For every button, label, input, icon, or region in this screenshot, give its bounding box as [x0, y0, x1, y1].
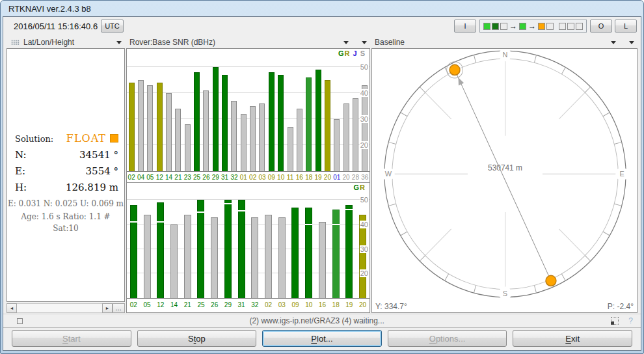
age-ratio-text: Age: 1.6 s Ratio: 1.1 # Sat:10 [7, 211, 124, 234]
satellite-label-R03: 03 [258, 174, 267, 181]
y-axis-tick: 40 [360, 89, 369, 97]
satellite-label-R16: 16 [295, 174, 304, 181]
titlebar[interactable]: RTKNAVI ver.2.4.3 b8 [3, 1, 641, 16]
options-button[interactable]: Options... [388, 330, 507, 347]
rover-marker [546, 275, 556, 286]
snr-bar-G23 [185, 124, 191, 171]
stream-indicator-green [519, 23, 526, 30]
snr-mark [224, 203, 232, 204]
monitor-icon[interactable] [611, 317, 619, 325]
snr-bar-R16 [297, 109, 302, 171]
snr-bar-G14 [166, 93, 172, 171]
chart-legend: GR [353, 184, 365, 191]
rtknavi-window: RTKNAVI ver.2.4.3 b8 2016/05/11 15:16:40… [0, 0, 644, 354]
input-stream-button[interactable]: I [454, 20, 476, 33]
snr-bar-S36 [362, 85, 368, 171]
stream-indicator-off [559, 23, 566, 30]
window-title: RTKNAVI ver.2.4.3 b8 [8, 4, 91, 14]
solution-panel: Lat/Lon/Height Solution: FLOAT N: 34541 [7, 36, 125, 313]
baseline-panel-header: Baseline [371, 36, 637, 48]
satellite-label-G31: 31 [235, 301, 248, 308]
snr-bar-G12 [157, 202, 164, 298]
snr-bar-G21 [184, 215, 191, 298]
solution-status: FLOAT [66, 132, 106, 144]
chevron-down-icon[interactable] [116, 41, 122, 44]
satellite-label-S20: 20 [342, 174, 351, 181]
compass-east-label: E [620, 170, 624, 178]
baseline-vector-line [455, 70, 551, 280]
legend-J: J [353, 49, 357, 57]
satellite-label-R10: 10 [276, 174, 286, 181]
satellite-label-R09: 09 [289, 301, 302, 308]
satellite-label-G14: 14 [164, 174, 173, 181]
compass-north-label: N [503, 51, 508, 59]
y-axis-tick: 30 [360, 245, 369, 253]
more-button[interactable]: … [113, 303, 125, 313]
chart-legend: GRJS [338, 49, 365, 57]
stream-indicator-green [483, 23, 490, 30]
chart-plot-area: 20304050 [127, 183, 369, 299]
snr-bar-J01 [334, 119, 340, 171]
plot-button[interactable]: Plot... [262, 330, 382, 347]
about-icon[interactable]: ? [628, 316, 633, 325]
satellite-label-G29: 29 [221, 301, 235, 308]
time-system-button[interactable]: UTC [101, 20, 124, 33]
snr-bar-G25 [197, 200, 204, 298]
chevron-down-icon[interactable] [611, 41, 616, 44]
drag-handle-icon[interactable] [11, 40, 20, 45]
snr-bar-G29 [213, 67, 219, 171]
stop-button[interactable]: Stop [137, 330, 257, 347]
time-display[interactable]: 2016/05/11 15:16:40.6 [14, 21, 98, 31]
snr-bar-G26 [203, 90, 209, 171]
start-button[interactable]: Start [12, 330, 131, 347]
y-axis-tick: 30 [360, 115, 369, 123]
snr-bar-G32 [231, 101, 237, 171]
snr-bar-R09 [269, 72, 275, 171]
snr-mark [345, 209, 353, 210]
stddev-text: E: 0.031 N: 0.025 U: 0.069 m [7, 198, 124, 210]
snr-bar-G12 [157, 83, 163, 171]
solution-panel-body: Solution: FLOAT N: 34541 ° E: 3554 ° [7, 48, 125, 302]
satellite-label-R10: 10 [302, 301, 315, 308]
scroll-left-icon[interactable]: ◄ [7, 303, 17, 313]
yaw-value: Y: 334.7° [375, 302, 407, 311]
y-axis-tick: 20 [360, 269, 369, 277]
snr-bar-R19 [315, 70, 321, 171]
tray-icon[interactable] [17, 318, 23, 324]
scrollbar-track[interactable] [17, 303, 102, 313]
output-stream-button[interactable]: O [590, 20, 612, 33]
satellite-label-G02: 02 [127, 174, 136, 181]
snr-bar-R10 [305, 208, 312, 298]
stream-indicator-off [576, 23, 583, 30]
satellite-label-G26: 26 [202, 174, 211, 181]
baseline-arrowhead-icon [459, 77, 464, 85]
scroll-right-icon[interactable]: ► [102, 303, 113, 313]
solution-status-indicator [110, 134, 118, 143]
solution-caption: Solution: [15, 134, 53, 144]
satellite-label-G21: 21 [181, 301, 195, 308]
solution-panel-header: Lat/Lon/Height [7, 36, 125, 48]
snr-bar-R20 [325, 80, 330, 171]
exit-button[interactable]: Exit [513, 330, 632, 347]
log-stream-button[interactable]: L [615, 20, 637, 33]
baseline-compass: N E S W 530741 m [372, 49, 637, 312]
stream-indicator-off [500, 23, 507, 30]
snr-bar-R10 [278, 75, 284, 171]
chevron-down-icon[interactable] [343, 41, 349, 44]
snr-bar-G02 [130, 205, 137, 298]
y-axis-tick: 40 [360, 221, 369, 228]
chevron-down-icon[interactable] [362, 41, 367, 44]
snr-bar-R02 [265, 215, 272, 298]
snr-bar-G05 [147, 85, 153, 171]
display-panels: Lat/Lon/Height Solution: FLOAT N: 34541 [3, 35, 641, 314]
baseline-distance: 530741 m [488, 163, 522, 172]
chevron-down-icon[interactable] [629, 41, 634, 44]
flow-arrow-icon: → [509, 22, 517, 30]
base-station-marker [449, 64, 460, 75]
legend-R: R [345, 49, 350, 57]
snr-mark [197, 211, 204, 213]
satellite-label-R19: 19 [314, 174, 323, 181]
lon-value: 3554 ° [86, 165, 118, 177]
satellite-label-R01: 01 [239, 174, 248, 181]
satellite-label-G04: 04 [136, 174, 145, 181]
